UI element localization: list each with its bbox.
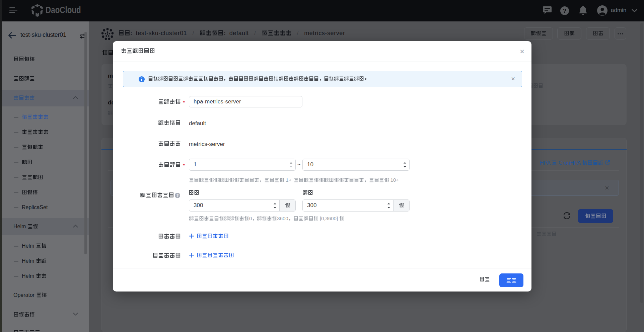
svg-text:?: ? (176, 193, 179, 197)
svg-text:?: ? (563, 8, 566, 14)
